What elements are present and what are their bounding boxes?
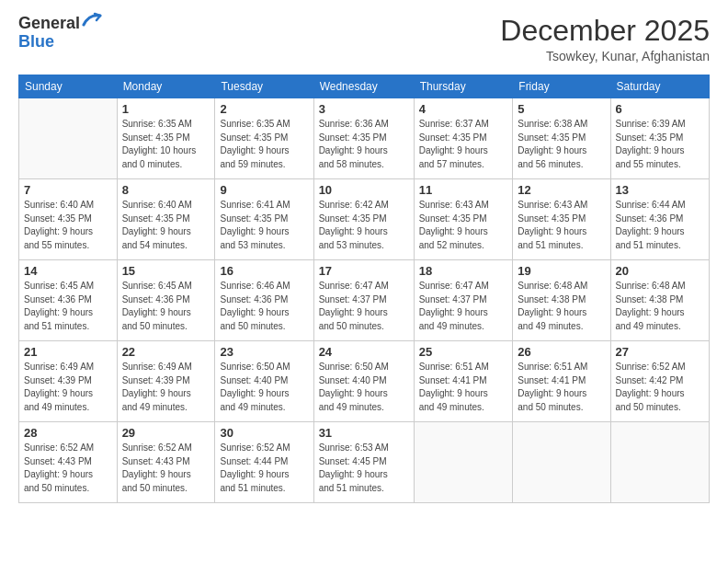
logo-lines: General Blue [18, 15, 102, 52]
logo: General Blue [18, 15, 102, 52]
calendar-cell: 3Sunrise: 6:36 AMSunset: 4:35 PMDaylight… [313, 98, 414, 179]
calendar-cell: 7Sunrise: 6:40 AMSunset: 4:35 PMDaylight… [19, 179, 118, 260]
calendar-cell: 31Sunrise: 6:53 AMSunset: 4:45 PMDayligh… [313, 422, 414, 503]
day-info: Sunrise: 6:35 AMSunset: 4:35 PMDaylight:… [122, 118, 210, 171]
day-info: Sunrise: 6:40 AMSunset: 4:35 PMDaylight:… [122, 199, 210, 252]
calendar-cell [610, 422, 709, 503]
day-info: Sunrise: 6:50 AMSunset: 4:40 PMDaylight:… [319, 361, 409, 414]
calendar-cell: 1Sunrise: 6:35 AMSunset: 4:35 PMDaylight… [117, 98, 215, 179]
weekday-header-saturday: Saturday [610, 75, 709, 98]
day-info: Sunrise: 6:49 AMSunset: 4:39 PMDaylight:… [24, 361, 112, 414]
calendar-cell: 8Sunrise: 6:40 AMSunset: 4:35 PMDaylight… [117, 179, 215, 260]
day-number: 26 [518, 345, 605, 359]
month-title: December 2025 [500, 15, 710, 47]
day-info: Sunrise: 6:45 AMSunset: 4:36 PMDaylight:… [24, 280, 112, 333]
day-number: 21 [24, 345, 112, 359]
day-number: 22 [122, 345, 210, 359]
day-info: Sunrise: 6:43 AMSunset: 4:35 PMDaylight:… [419, 199, 508, 252]
day-info: Sunrise: 6:44 AMSunset: 4:36 PMDaylight:… [616, 199, 704, 252]
calendar-cell [19, 98, 118, 179]
weekday-header-sunday: Sunday [19, 75, 118, 98]
calendar-cell: 13Sunrise: 6:44 AMSunset: 4:36 PMDayligh… [610, 179, 709, 260]
day-info: Sunrise: 6:41 AMSunset: 4:35 PMDaylight:… [220, 199, 308, 252]
day-number: 17 [319, 264, 409, 278]
calendar-cell: 16Sunrise: 6:46 AMSunset: 4:36 PMDayligh… [215, 260, 313, 341]
calendar-cell: 12Sunrise: 6:43 AMSunset: 4:35 PMDayligh… [513, 179, 610, 260]
calendar-week-4: 28Sunrise: 6:52 AMSunset: 4:43 PMDayligh… [19, 422, 710, 503]
day-info: Sunrise: 6:48 AMSunset: 4:38 PMDaylight:… [616, 280, 704, 333]
day-number: 23 [220, 345, 308, 359]
day-info: Sunrise: 6:47 AMSunset: 4:37 PMDaylight:… [319, 280, 409, 333]
day-info: Sunrise: 6:40 AMSunset: 4:35 PMDaylight:… [24, 199, 112, 252]
calendar-cell: 9Sunrise: 6:41 AMSunset: 4:35 PMDaylight… [215, 179, 313, 260]
calendar-cell: 4Sunrise: 6:37 AMSunset: 4:35 PMDaylight… [414, 98, 513, 179]
calendar-cell: 10Sunrise: 6:42 AMSunset: 4:35 PMDayligh… [313, 179, 414, 260]
calendar-week-3: 21Sunrise: 6:49 AMSunset: 4:39 PMDayligh… [19, 341, 710, 422]
day-number: 7 [24, 183, 112, 197]
calendar-week-2: 14Sunrise: 6:45 AMSunset: 4:36 PMDayligh… [19, 260, 710, 341]
calendar-cell: 23Sunrise: 6:50 AMSunset: 4:40 PMDayligh… [215, 341, 313, 422]
day-number: 31 [319, 426, 409, 440]
day-number: 1 [122, 102, 210, 116]
logo-general-row: General [18, 15, 102, 33]
title-block: December 2025 Tsowkey, Kunar, Afghanista… [500, 15, 710, 63]
calendar-cell: 27Sunrise: 6:52 AMSunset: 4:42 PMDayligh… [610, 341, 709, 422]
weekday-header-friday: Friday [513, 75, 610, 98]
calendar-cell: 15Sunrise: 6:45 AMSunset: 4:36 PMDayligh… [117, 260, 215, 341]
calendar-cell: 6Sunrise: 6:39 AMSunset: 4:35 PMDaylight… [610, 98, 709, 179]
day-number: 30 [220, 426, 308, 440]
calendar-cell: 24Sunrise: 6:50 AMSunset: 4:40 PMDayligh… [313, 341, 414, 422]
calendar-cell: 26Sunrise: 6:51 AMSunset: 4:41 PMDayligh… [513, 341, 610, 422]
day-info: Sunrise: 6:46 AMSunset: 4:36 PMDaylight:… [220, 280, 308, 333]
day-info: Sunrise: 6:37 AMSunset: 4:35 PMDaylight:… [419, 118, 508, 171]
day-number: 15 [122, 264, 210, 278]
header: General Blue December 2025 Tsowkey, Kuna… [18, 15, 710, 63]
day-number: 29 [122, 426, 210, 440]
calendar-table: SundayMondayTuesdayWednesdayThursdayFrid… [18, 75, 710, 503]
day-number: 14 [24, 264, 112, 278]
day-number: 8 [122, 183, 210, 197]
day-info: Sunrise: 6:36 AMSunset: 4:35 PMDaylight:… [319, 118, 409, 171]
calendar-cell: 2Sunrise: 6:35 AMSunset: 4:35 PMDaylight… [215, 98, 313, 179]
day-info: Sunrise: 6:35 AMSunset: 4:35 PMDaylight:… [220, 118, 308, 171]
day-info: Sunrise: 6:38 AMSunset: 4:35 PMDaylight:… [518, 118, 605, 171]
day-info: Sunrise: 6:52 AMSunset: 4:42 PMDaylight:… [616, 361, 704, 414]
weekday-header-thursday: Thursday [414, 75, 513, 98]
day-number: 27 [616, 345, 704, 359]
day-info: Sunrise: 6:51 AMSunset: 4:41 PMDaylight:… [419, 361, 508, 414]
day-number: 11 [419, 183, 508, 197]
calendar-cell [414, 422, 513, 503]
day-info: Sunrise: 6:52 AMSunset: 4:44 PMDaylight:… [220, 442, 308, 495]
day-info: Sunrise: 6:39 AMSunset: 4:35 PMDaylight:… [616, 118, 704, 171]
day-info: Sunrise: 6:49 AMSunset: 4:39 PMDaylight:… [122, 361, 210, 414]
day-number: 24 [319, 345, 409, 359]
day-info: Sunrise: 6:51 AMSunset: 4:41 PMDaylight:… [518, 361, 605, 414]
location: Tsowkey, Kunar, Afghanistan [500, 49, 710, 63]
calendar-cell: 29Sunrise: 6:52 AMSunset: 4:43 PMDayligh… [117, 422, 215, 503]
logo-icon [82, 10, 102, 30]
weekday-header-wednesday: Wednesday [313, 75, 414, 98]
day-number: 5 [518, 102, 605, 116]
day-number: 18 [419, 264, 508, 278]
day-info: Sunrise: 6:52 AMSunset: 4:43 PMDaylight:… [24, 442, 112, 495]
page: General Blue December 2025 Tsowkey, Kuna… [0, 0, 728, 563]
logo-blue: Blue [18, 33, 102, 52]
calendar-cell: 17Sunrise: 6:47 AMSunset: 4:37 PMDayligh… [313, 260, 414, 341]
calendar-cell: 11Sunrise: 6:43 AMSunset: 4:35 PMDayligh… [414, 179, 513, 260]
day-number: 6 [616, 102, 704, 116]
day-number: 4 [419, 102, 508, 116]
calendar-cell: 22Sunrise: 6:49 AMSunset: 4:39 PMDayligh… [117, 341, 215, 422]
day-number: 16 [220, 264, 308, 278]
day-info: Sunrise: 6:50 AMSunset: 4:40 PMDaylight:… [220, 361, 308, 414]
day-info: Sunrise: 6:48 AMSunset: 4:38 PMDaylight:… [518, 280, 605, 333]
day-number: 3 [319, 102, 409, 116]
day-info: Sunrise: 6:42 AMSunset: 4:35 PMDaylight:… [319, 199, 409, 252]
day-number: 9 [220, 183, 308, 197]
day-number: 28 [24, 426, 112, 440]
day-info: Sunrise: 6:45 AMSunset: 4:36 PMDaylight:… [122, 280, 210, 333]
day-number: 25 [419, 345, 508, 359]
weekday-header-monday: Monday [117, 75, 215, 98]
day-info: Sunrise: 6:43 AMSunset: 4:35 PMDaylight:… [518, 199, 605, 252]
day-number: 12 [518, 183, 605, 197]
day-info: Sunrise: 6:52 AMSunset: 4:43 PMDaylight:… [122, 442, 210, 495]
